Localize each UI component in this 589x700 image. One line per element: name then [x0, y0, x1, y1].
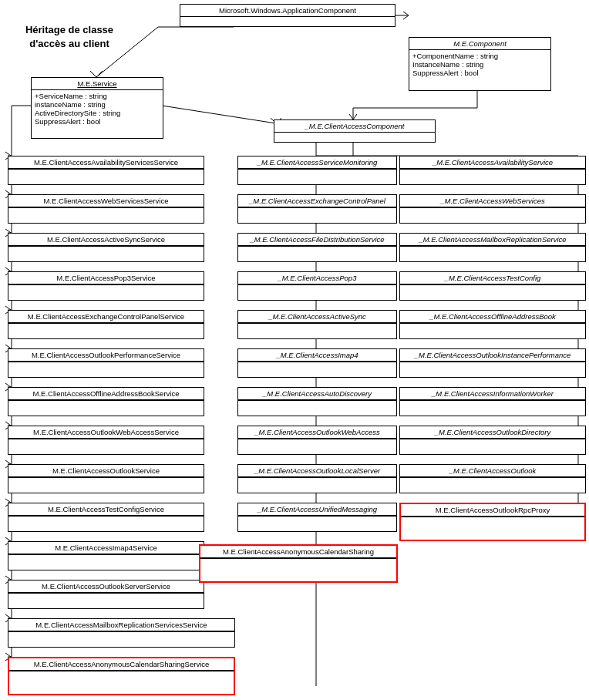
box-mon-file-distribution: _M.E.ClientAccessFileDistributionService — [237, 233, 397, 262]
box-svc-webservices-section — [8, 207, 204, 218]
diagram-title: Héritage de classed'accès au client — [4, 23, 135, 51]
box-mon-exchange-control-panel-section — [238, 207, 396, 218]
box-svc-anonymous-calendar-service-section — [9, 671, 234, 681]
box-app-component-title: Microsoft.Windows.ApplicationComponent — [180, 5, 395, 17]
box-mon-file-distribution-section — [238, 246, 396, 257]
box-ca-information-worker-section — [400, 400, 585, 411]
box-svc-availability-services: M.E.ClientAccessAvailabilityServicesServ… — [8, 156, 204, 185]
box-me-component: M.E.Component +ComponentName : string In… — [409, 37, 551, 91]
box-mon-unified-messaging: _M.E.ClientAccessUnifiedMessaging — [237, 503, 397, 532]
box-mon-service-monitoring: _M.E.ClientAccessServiceMonitoring — [237, 156, 397, 185]
box-ca-information-worker: _M.E.ClientAccessInformationWorker — [399, 387, 586, 416]
box-mon-exchange-control-panel-title: _M.E.ClientAccessExchangeControlPanel — [238, 195, 396, 207]
box-ca-outlook-instance-performance-section — [400, 362, 585, 372]
box-ca-webservices-title: _M.E.ClientAccessWebServices — [400, 195, 585, 207]
box-ca-outlook: _M.E.ClientAccessOutlook — [399, 464, 586, 493]
box-svc-mailbox-replication: M.E.ClientAccessMailboxReplicationServic… — [8, 618, 235, 648]
box-svc-offline-address-book: M.E.ClientAccessOfflineAddressBookServic… — [8, 387, 204, 416]
box-svc-anonymous-calendar-service-title: M.E.ClientAccessAnonymousCalendarSharing… — [9, 658, 234, 671]
box-ca-outlook-rpc-proxy-title: M.E.ClientAccessOutlookRpcProxy — [401, 504, 584, 517]
box-svc-outlook-web-access-title: M.E.ClientAccessOutlookWebAccessService — [8, 426, 204, 439]
box-svc-outlook-web-access: M.E.ClientAccessOutlookWebAccessService — [8, 426, 204, 455]
box-mon-outlook-local-server: _M.E.ClientAccessOutlookLocalServer — [237, 464, 397, 493]
box-mon-service-monitoring-title: _M.E.ClientAccessServiceMonitoring — [238, 156, 396, 169]
box-ca-availability-service-section — [400, 169, 585, 180]
box-svc-outlook-server-section — [8, 593, 204, 604]
box-svc-outlook-title: M.E.ClientAccessOutlookService — [8, 465, 204, 477]
box-svc-outlook-performance-title: M.E.ClientAccessOutlookPerformanceServic… — [8, 349, 204, 362]
box-svc-exchange-control-panel: M.E.ClientAccessExchangeControlPanelServ… — [8, 310, 204, 339]
box-svc-offline-address-book-title: M.E.ClientAccessOfflineAddressBookServic… — [8, 388, 204, 400]
box-svc-availability-services-section — [8, 169, 204, 180]
box-ca-test-config: _M.E.ClientAccessTestConfig — [399, 271, 586, 301]
box-mon-autodiscovery-section — [238, 400, 396, 411]
box-svc-anonymous-calendar-service: M.E.ClientAccessAnonymousCalendarSharing… — [8, 657, 235, 695]
box-svc-exchange-control-panel-title: M.E.ClientAccessExchangeControlPanelServ… — [8, 311, 204, 323]
box-ca-outlook-directory-title: _M.E.ClientAccessOutlookDirectory — [400, 426, 585, 439]
box-mon-activesync: _M.E.ClientAccessActiveSync — [237, 310, 397, 339]
diagram: Héritage de classed'accès au client Micr… — [0, 0, 589, 700]
box-ca-outlook-directory: _M.E.ClientAccessOutlookDirectory — [399, 426, 586, 455]
box-ca-mailbox-replication: _M.E.ClientAccessMailboxReplicationServi… — [399, 233, 586, 262]
box-svc-webservices: M.E.ClientAccessWebServicesService — [8, 194, 204, 224]
box-ca-outlook-directory-section — [400, 439, 585, 449]
box-svc-activesync-section — [8, 246, 204, 257]
box-mon-activesync-section — [238, 323, 396, 334]
box-client-access-component: _M.E.ClientAccessComponent — [274, 119, 436, 143]
box-svc-test-config: M.E.ClientAccessTestConfigService — [8, 503, 204, 532]
box-mon-outlook-web-access-section — [238, 439, 396, 449]
box-svc-outlook-performance-section — [8, 362, 204, 372]
box-svc-mailbox-replication-title: M.E.ClientAccessMailboxReplicationServic… — [8, 619, 234, 631]
box-mon-anonymous-calendar-section — [200, 558, 396, 569]
box-mon-imap4-title: _M.E.ClientAccessImap4 — [238, 349, 396, 362]
box-mon-outlook-local-server-title: _M.E.ClientAccessOutlookLocalServer — [238, 465, 396, 477]
box-svc-availability-services-title: M.E.ClientAccessAvailabilityServicesServ… — [8, 156, 204, 169]
box-ca-offline-address-book: _M.E.ClientAccessOfflineAddressBook — [399, 310, 586, 339]
box-mon-pop3-section — [238, 284, 396, 295]
box-ca-webservices-section — [400, 207, 585, 218]
box-ca-outlook-instance-performance: _M.E.ClientAccessOutlookInstancePerforma… — [399, 348, 586, 378]
box-svc-activesync: M.E.ClientAccessActiveSyncService — [8, 233, 204, 262]
box-ca-offline-address-book-section — [400, 323, 585, 334]
box-mon-exchange-control-panel: _M.E.ClientAccessExchangeControlPanel — [237, 194, 397, 224]
box-svc-pop3-section — [8, 284, 204, 295]
box-ca-test-config-title: _M.E.ClientAccessTestConfig — [400, 272, 585, 284]
box-mon-service-monitoring-section — [238, 169, 396, 180]
box-mon-autodiscovery: _M.E.ClientAccessAutoDiscovery — [237, 387, 397, 416]
box-svc-pop3-title: M.E.ClientAccessPop3Service — [8, 272, 204, 284]
box-svc-test-config-title: M.E.ClientAccessTestConfigService — [8, 503, 204, 516]
box-mon-activesync-title: _M.E.ClientAccessActiveSync — [238, 311, 396, 323]
box-ca-outlook-rpc-proxy-section — [401, 517, 584, 527]
box-mon-autodiscovery-title: _M.E.ClientAccessAutoDiscovery — [238, 388, 396, 400]
box-svc-outlook-web-access-section — [8, 439, 204, 449]
box-svc-pop3: M.E.ClientAccessPop3Service — [8, 271, 204, 301]
box-mon-file-distribution-title: _M.E.ClientAccessFileDistributionService — [238, 234, 396, 246]
box-svc-webservices-title: M.E.ClientAccessWebServicesService — [8, 195, 204, 207]
box-ca-offline-address-book-title: _M.E.ClientAccessOfflineAddressBook — [400, 311, 585, 323]
box-me-component-title: M.E.Component — [409, 38, 550, 50]
box-me-service: M.E.Service +ServiceName : string instan… — [31, 77, 163, 139]
box-svc-exchange-control-panel-section — [8, 323, 204, 334]
box-svc-outlook-server-title: M.E.ClientAccessOutlookServerService — [8, 581, 204, 593]
svg-line-22 — [162, 106, 276, 123]
box-svc-outlook-section — [8, 477, 204, 488]
box-ca-mailbox-replication-title: _M.E.ClientAccessMailboxReplicationServi… — [400, 234, 585, 246]
box-mon-outlook-web-access: _M.E.ClientAccessOutlookWebAccess — [237, 426, 397, 455]
box-svc-imap4: M.E.ClientAccessImap4Service — [8, 541, 204, 570]
box-svc-activesync-title: M.E.ClientAccessActiveSyncService — [8, 234, 204, 246]
box-ca-mailbox-replication-section — [400, 246, 585, 257]
box-mon-anonymous-calendar: M.E.ClientAccessAnonymousCalendarSharing — [199, 544, 398, 583]
box-mon-outlook-web-access-title: _M.E.ClientAccessOutlookWebAccess — [238, 426, 396, 439]
box-app-component: Microsoft.Windows.ApplicationComponent — [180, 4, 395, 27]
box-mon-pop3: _M.E.ClientAccessPop3 — [237, 271, 397, 301]
box-svc-imap4-title: M.E.ClientAccessImap4Service — [8, 542, 204, 554]
box-ca-information-worker-title: _M.E.ClientAccessInformationWorker — [400, 388, 585, 400]
box-svc-outlook: M.E.ClientAccessOutlookService — [8, 464, 204, 493]
box-ca-availability-service-title: _M.E.ClientAccessAvailabilityService — [400, 156, 585, 169]
box-mon-imap4-section — [238, 362, 396, 372]
box-mon-outlook-local-server-section — [238, 477, 396, 488]
box-svc-offline-address-book-section — [8, 400, 204, 411]
box-ca-webservices: _M.E.ClientAccessWebServices — [399, 194, 586, 224]
box-mon-anonymous-calendar-title: M.E.ClientAccessAnonymousCalendarSharing — [200, 546, 396, 558]
box-svc-mailbox-replication-section — [8, 631, 234, 642]
